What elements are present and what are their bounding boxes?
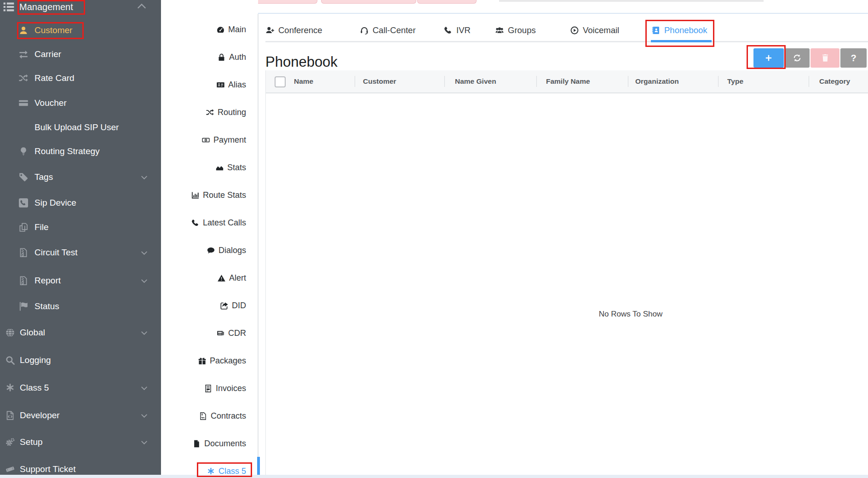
credit-card-icon xyxy=(17,98,30,108)
submenu-item-main[interactable]: Main xyxy=(161,16,258,43)
sidebar-item-tags[interactable]: Tags xyxy=(0,168,161,186)
column-separator xyxy=(355,76,355,87)
sidebar-item-carrier[interactable]: Carrier xyxy=(0,46,161,63)
phone-square-icon xyxy=(19,198,28,207)
submenu-item-route-stats[interactable]: Route Stats xyxy=(161,181,258,209)
column-header-type[interactable]: Type xyxy=(727,70,743,92)
sidebar-item-circuit-test[interactable]: Circuit Test xyxy=(0,244,161,261)
submenu-item-alert[interactable]: Alert xyxy=(161,264,258,292)
sidebar-item-global[interactable]: Global xyxy=(0,324,161,341)
tab-voicemail[interactable]: Voicemail xyxy=(570,20,619,41)
submenu-item-latest-calls[interactable]: Latest Calls xyxy=(161,209,258,236)
play-circle-icon xyxy=(570,26,579,35)
chevron-up-icon[interactable] xyxy=(136,1,147,12)
column-separator xyxy=(536,76,537,87)
sidebar-item-sip-device[interactable]: Sip Device xyxy=(0,194,161,212)
chevron-down-icon xyxy=(140,173,148,181)
chevron-down-icon xyxy=(140,384,148,392)
phone-icon xyxy=(444,26,452,35)
search-icon xyxy=(6,356,15,365)
globe-icon xyxy=(6,328,15,337)
money-bill-icon xyxy=(202,136,210,144)
submenu-item-label: Route Stats xyxy=(203,190,246,200)
sidebar-item-label: Developer xyxy=(20,410,60,420)
bottom-scrollbar-strip[interactable] xyxy=(0,475,868,478)
submenu-item-stats[interactable]: Stats xyxy=(161,154,258,181)
sidebar-header-management[interactable]: Management xyxy=(0,0,73,14)
clipped-tab-pill-pink-2[interactable] xyxy=(321,0,416,4)
help-button[interactable]: ? xyxy=(840,48,867,68)
shuffle-icon xyxy=(206,109,214,116)
file-archive-icon xyxy=(17,248,30,257)
submenu-item-did[interactable]: DID xyxy=(161,292,258,319)
sidebar-item-report[interactable]: Report xyxy=(0,272,161,289)
active-tab-underline xyxy=(651,40,712,42)
sidebar-item-developer[interactable]: Developer xyxy=(0,407,161,424)
tab-ivr[interactable]: IVR xyxy=(444,20,471,41)
gift-icon xyxy=(198,357,206,365)
file-archive-icon xyxy=(19,248,28,257)
copy-icon xyxy=(19,223,28,232)
submenu-item-auth[interactable]: Auth xyxy=(161,43,258,71)
tab-groups[interactable]: Groups xyxy=(495,20,536,41)
add-button[interactable] xyxy=(753,48,784,68)
headset-icon xyxy=(360,26,368,35)
column-header-name[interactable]: Name xyxy=(294,70,313,92)
delete-button[interactable] xyxy=(811,48,839,68)
chevron-down-icon xyxy=(140,329,148,337)
sidebar-item-voucher[interactable]: Voucher xyxy=(0,94,161,112)
submenu-item-contracts[interactable]: Contracts xyxy=(161,402,258,430)
sidebar-item-class-5[interactable]: Class 5 xyxy=(0,379,161,397)
submenu-item-payment[interactable]: Payment xyxy=(161,126,258,154)
tab-label: Voicemail xyxy=(583,25,619,35)
sidebar-item-label: Global xyxy=(20,328,45,338)
sidebar-item-setup[interactable]: Setup xyxy=(0,433,161,451)
tab-phonebook[interactable]: Phonebook xyxy=(652,20,707,41)
grid-header-row: NameCustomerName GivenFamily NameOrganiz… xyxy=(266,70,868,93)
submenu-item-label: Alert xyxy=(229,273,246,283)
submenu-item-cdr[interactable]: CDR xyxy=(161,319,258,347)
column-header-organization[interactable]: Organization xyxy=(635,70,679,92)
document-icon xyxy=(193,440,201,448)
newspaper-icon xyxy=(217,329,224,337)
submenu-item-dialogs[interactable]: Dialogs xyxy=(161,236,258,264)
sidebar-item-status[interactable]: Status xyxy=(0,298,161,315)
submenu-item-documents[interactable]: Documents xyxy=(161,430,258,457)
column-separator xyxy=(718,76,719,87)
user-icon xyxy=(19,26,28,35)
column-header-family-name[interactable]: Family Name xyxy=(546,70,590,92)
chevron-down-icon xyxy=(140,412,148,420)
clipped-top-strip xyxy=(499,0,764,2)
submenu-item-label: Invoices xyxy=(216,384,246,393)
sidebar-item-bulk-upload-sip-user[interactable]: Bulk Upload SIP User xyxy=(0,119,161,136)
tab-call-center[interactable]: Call-Center xyxy=(360,20,416,41)
sidebar-item-routing-strategy[interactable]: Routing Strategy xyxy=(0,143,161,160)
column-header-customer[interactable]: Customer xyxy=(363,70,396,92)
submenu-item-routing[interactable]: Routing xyxy=(161,98,258,126)
submenu-item-label: Packages xyxy=(210,356,246,366)
select-all-checkbox[interactable] xyxy=(275,76,286,87)
gears-icon xyxy=(4,438,17,447)
refresh-button[interactable] xyxy=(785,48,810,68)
tab-conference[interactable]: Conference xyxy=(266,20,322,41)
column-header-name-given[interactable]: Name Given xyxy=(455,70,496,92)
asterisk-icon xyxy=(4,383,17,392)
ticket-icon xyxy=(6,465,15,474)
file-invoice-icon xyxy=(204,385,212,392)
sidebar-item-customer[interactable]: Customer xyxy=(0,22,161,39)
sidebar-item-file[interactable]: File xyxy=(0,219,161,236)
submenu-item-packages[interactable]: Packages xyxy=(161,347,258,374)
sidebar-item-rate-card[interactable]: Rate Card xyxy=(0,69,161,87)
column-header-category[interactable]: Category xyxy=(819,70,850,92)
user-icon xyxy=(17,26,30,35)
clipped-tab-pill-pink-3[interactable] xyxy=(417,0,477,4)
lightbulb-icon xyxy=(17,147,30,156)
submenu-item-invoices[interactable]: Invoices xyxy=(161,374,258,402)
sidebar-item-label: Rate Card xyxy=(34,73,75,83)
topbar-bottom-border xyxy=(163,13,868,14)
app-root: Management CustomerCarrierRate CardVouch… xyxy=(0,0,868,478)
sidebar-item-logging[interactable]: Logging xyxy=(0,351,161,369)
tab-label: Groups xyxy=(508,25,536,35)
submenu-item-label: Latest Calls xyxy=(203,218,246,228)
submenu-item-alias[interactable]: Alias xyxy=(161,71,258,98)
